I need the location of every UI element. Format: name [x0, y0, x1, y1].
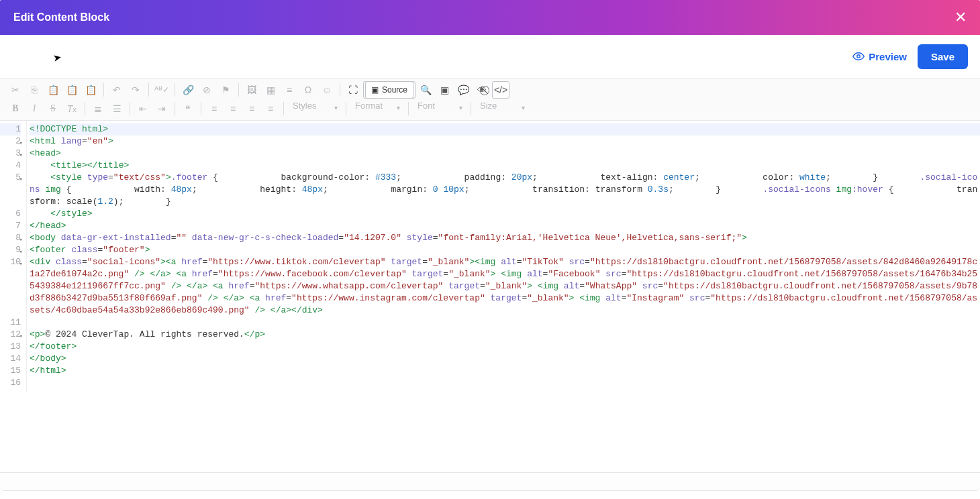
separator	[175, 83, 175, 97]
align-right-icon[interactable]: ≡	[243, 100, 260, 117]
paste-word-icon[interactable]: 📋	[82, 81, 99, 99]
source-code-icon: ▣	[371, 85, 379, 95]
remove-format-icon[interactable]: Tx	[63, 100, 81, 117]
separator	[85, 102, 85, 115]
separator	[201, 102, 201, 115]
separator	[148, 83, 149, 97]
source-button-outer[interactable]: ▣ Source	[363, 81, 415, 99]
source-button[interactable]: ▣ Source	[365, 81, 413, 99]
anchor-icon[interactable]: ⚑	[217, 81, 234, 99]
line-gutter: 12345678910111213141516	[0, 121, 27, 392]
separator	[103, 83, 104, 97]
comment-icon[interactable]: 💬	[454, 81, 472, 99]
bullet-list-icon[interactable]: ☰	[108, 100, 126, 117]
italic-icon[interactable]: I	[26, 100, 43, 117]
size-select[interactable]: Size	[475, 100, 529, 117]
editor: ✂ ⎘ 📋 📋 📋 ↶ ↷ ᴬᴮ✓ 🔗 ⊘ ⚑ 🖼 ▦ ≡ Ω ☺ ⛶ ▣	[0, 78, 980, 392]
separator	[238, 83, 239, 97]
indent-icon[interactable]: ⇥	[153, 100, 170, 117]
separator	[408, 102, 409, 115]
preview-label: Preview	[869, 51, 907, 62]
redo-icon[interactable]: ↷	[127, 81, 144, 99]
separator	[130, 102, 130, 115]
cut-icon[interactable]: ✂	[7, 81, 24, 99]
editor-toolbar: ✂ ⎘ 📋 📋 📋 ↶ ↷ ᴬᴮ✓ 🔗 ⊘ ⚑ 🖼 ▦ ≡ Ω ☺ ⛶ ▣	[0, 78, 980, 121]
code-editor[interactable]: 12345678910111213141516 <!DOCTYPE html><…	[0, 121, 980, 392]
modal-header: Edit Content Block ✕	[0, 0, 980, 35]
svg-point-0	[857, 55, 861, 58]
copy-icon[interactable]: ⎘	[26, 81, 43, 99]
outdent-icon[interactable]: ⇤	[134, 100, 152, 117]
special-char-icon[interactable]: Ω	[299, 81, 317, 99]
separator	[471, 102, 471, 115]
search-icon[interactable]: 🔍	[417, 81, 434, 99]
align-center-icon[interactable]: ≡	[224, 100, 242, 117]
select-all-icon[interactable]: ▣	[436, 81, 453, 99]
font-select[interactable]: Font	[413, 100, 467, 117]
blockquote-icon[interactable]: ❝	[179, 100, 197, 117]
align-left-icon[interactable]: ≡	[205, 100, 223, 117]
separator	[175, 102, 175, 115]
action-bar: Preview Save	[0, 35, 980, 78]
modal-title: Edit Content Block	[13, 11, 109, 23]
format-select[interactable]: Format	[350, 100, 404, 117]
paste-icon[interactable]: 📋	[44, 81, 62, 99]
separator	[340, 83, 340, 97]
strike-icon[interactable]: S	[44, 100, 62, 117]
unlink-icon[interactable]: ⊘	[198, 81, 215, 99]
paste-text-icon[interactable]: 📋	[63, 81, 81, 99]
emoji-icon[interactable]: ☺	[318, 81, 336, 99]
code-icon[interactable]: </>	[492, 81, 509, 99]
eye-icon	[852, 50, 865, 62]
link-icon[interactable]: 🔗	[179, 81, 197, 99]
editor-footer-bar	[0, 472, 980, 491]
maximize-icon[interactable]: ⛶	[344, 81, 362, 99]
separator	[283, 102, 284, 115]
visibility-off-icon[interactable]: 👁︎⃠	[473, 81, 491, 99]
styles-select[interactable]: Styles	[288, 100, 342, 117]
preview-button[interactable]: Preview	[852, 50, 907, 62]
code-content[interactable]: <!DOCTYPE html><html lang="en"><head> <t…	[27, 121, 980, 392]
close-icon[interactable]: ✕	[954, 10, 967, 25]
image-icon[interactable]: 🖼	[243, 81, 260, 99]
undo-icon[interactable]: ↶	[108, 81, 126, 99]
save-button[interactable]: Save	[918, 44, 968, 69]
source-label: Source	[382, 85, 407, 95]
numbered-list-icon[interactable]: ≣	[89, 100, 107, 117]
align-justify-icon[interactable]: ≡	[262, 100, 279, 117]
separator	[346, 102, 346, 115]
spellcheck-icon[interactable]: ᴬᴮ✓	[153, 81, 170, 99]
table-icon[interactable]: ▦	[262, 81, 279, 99]
hr-icon[interactable]: ≡	[281, 81, 298, 99]
bold-icon[interactable]: B	[7, 100, 24, 117]
